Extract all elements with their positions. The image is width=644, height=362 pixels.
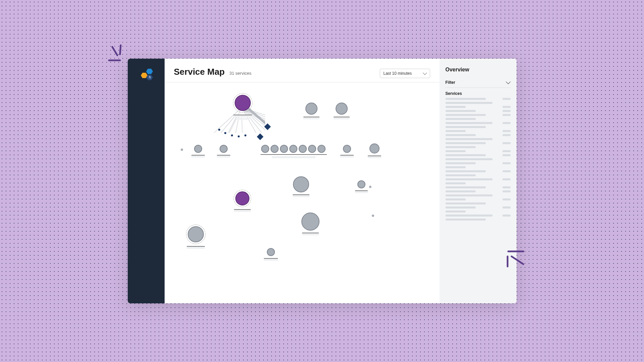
decorative-accent-top-left	[107, 44, 127, 64]
app-window: h Service Map 31 services Last 10 minute…	[128, 59, 517, 303]
filter-toggle[interactable]: Filter	[446, 77, 511, 88]
event-dot-icon	[218, 129, 220, 131]
svg-line-27	[218, 116, 235, 133]
service-node[interactable]	[308, 145, 316, 153]
list-item[interactable]	[446, 150, 511, 152]
list-item[interactable]	[446, 98, 511, 100]
service-node[interactable]	[372, 215, 374, 217]
list-item[interactable]	[446, 126, 511, 128]
service-node[interactable]	[303, 103, 319, 119]
list-item[interactable]	[446, 210, 511, 213]
list-item[interactable]	[446, 138, 511, 140]
list-item[interactable]	[446, 219, 511, 221]
svg-marker-6	[146, 69, 153, 74]
service-node[interactable]	[181, 148, 183, 151]
list-item[interactable]	[446, 182, 511, 184]
list-item[interactable]	[446, 114, 511, 116]
service-count-label: 31 services	[229, 71, 251, 76]
time-range-value: Last 10 minutes	[384, 71, 412, 76]
svg-line-4	[512, 256, 523, 264]
list-item[interactable]	[446, 102, 511, 104]
list-item[interactable]	[446, 202, 511, 204]
list-item[interactable]	[446, 134, 511, 136]
list-item[interactable]	[446, 186, 511, 188]
list-item[interactable]	[446, 122, 511, 124]
service-map-canvas[interactable]	[165, 82, 440, 303]
service-node[interactable]	[317, 145, 326, 153]
event-dot-icon	[244, 134, 246, 136]
decorative-accent-bottom-right	[505, 248, 525, 268]
event-dot-icon	[224, 132, 226, 134]
list-item[interactable]	[446, 206, 511, 208]
event-dot-icon	[231, 134, 233, 136]
svg-line-1	[120, 45, 121, 54]
service-node[interactable]	[334, 103, 350, 119]
service-node[interactable]	[299, 145, 307, 153]
service-node[interactable]	[261, 145, 269, 153]
page-title: Service Map	[174, 67, 225, 77]
list-item[interactable]	[446, 110, 511, 112]
event-dot-icon	[238, 135, 240, 137]
overview-heading: Overview	[446, 67, 511, 73]
list-item[interactable]	[446, 106, 511, 108]
services-list	[446, 98, 511, 221]
service-node-purple[interactable]	[234, 190, 251, 212]
services-heading: Services	[446, 88, 511, 98]
filter-label: Filter	[446, 80, 455, 85]
list-item[interactable]	[446, 198, 511, 200]
cluster-label-sub	[272, 156, 315, 158]
main-content: Service Map 31 services Last 10 minutes	[165, 59, 440, 303]
app-logo: h	[138, 68, 155, 83]
svg-line-0	[112, 47, 117, 55]
service-node[interactable]	[355, 180, 368, 193]
list-item[interactable]	[446, 146, 511, 148]
list-item[interactable]	[446, 166, 511, 168]
service-node[interactable]	[217, 145, 230, 158]
list-item[interactable]	[446, 158, 511, 160]
list-item[interactable]	[446, 215, 511, 217]
service-node[interactable]	[264, 248, 278, 261]
service-node[interactable]	[289, 145, 297, 153]
list-item[interactable]	[446, 170, 511, 172]
service-node-primary[interactable]	[233, 93, 252, 120]
service-node[interactable]	[293, 176, 309, 197]
page-header: Service Map 31 services Last 10 minutes	[165, 59, 440, 82]
list-item[interactable]	[446, 154, 511, 156]
list-item[interactable]	[446, 142, 511, 144]
list-item[interactable]	[446, 178, 511, 180]
list-item[interactable]	[446, 118, 511, 120]
service-node[interactable]	[186, 225, 206, 249]
service-node[interactable]	[369, 186, 371, 188]
service-node[interactable]	[340, 145, 354, 158]
cluster-label	[260, 154, 327, 155]
svg-text:h: h	[149, 75, 151, 79]
list-item[interactable]	[446, 174, 511, 176]
service-node[interactable]	[301, 213, 319, 235]
list-item[interactable]	[446, 130, 511, 132]
event-marker-icon	[264, 123, 271, 130]
service-node[interactable]	[368, 143, 381, 158]
list-item[interactable]	[446, 190, 511, 192]
service-node[interactable]	[280, 145, 288, 153]
event-marker-icon	[257, 133, 264, 140]
chevron-down-icon	[506, 79, 510, 84]
list-item[interactable]	[446, 162, 511, 164]
time-range-select[interactable]: Last 10 minutes	[380, 69, 430, 78]
list-item[interactable]	[446, 194, 511, 196]
service-node[interactable]	[191, 145, 205, 158]
service-node[interactable]	[271, 145, 279, 153]
left-sidebar: h	[128, 59, 165, 303]
